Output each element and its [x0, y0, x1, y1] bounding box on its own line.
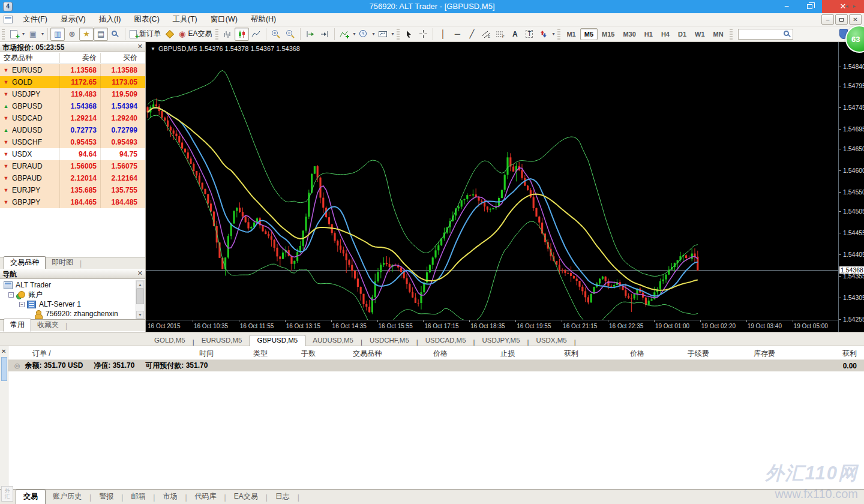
market-watch-row[interactable]: ▼USDCHF0.954530.95493: [0, 136, 145, 148]
market-watch-toggle-button[interactable]: ▥: [50, 28, 65, 41]
indicators-dropdown[interactable]: ▾: [353, 31, 355, 37]
terminal-close-icon[interactable]: ✕: [1, 348, 6, 355]
menu-窗口(W)[interactable]: 窗口(W): [204, 13, 244, 26]
text-label-button[interactable]: T: [522, 28, 536, 41]
orders-column-9[interactable]: 手续费: [649, 349, 714, 359]
collapse-icon[interactable]: −: [19, 302, 25, 307]
bar-chart-button[interactable]: [220, 28, 235, 41]
title-bar[interactable]: 4 756920: ALT Trader - [GBPUSD,M5] – ✕: [0, 0, 864, 13]
market-watch-row[interactable]: ▼USDX94.6494.75: [0, 148, 145, 160]
tab-交易品种[interactable]: 交易品种: [4, 256, 46, 269]
indicators-button[interactable]: [337, 28, 352, 41]
terminal-tab-EA交易[interactable]: EA交易: [227, 490, 265, 504]
fibonacci-button[interactable]: F: [493, 28, 508, 41]
templates-dropdown[interactable]: ▾: [391, 31, 394, 37]
scrollbar-thumb[interactable]: [136, 289, 144, 304]
menu-显示(V)[interactable]: 显示(V): [54, 13, 92, 26]
tab-即时图[interactable]: 即时图: [46, 257, 79, 269]
collapse-icon[interactable]: −: [8, 292, 14, 298]
toolbar-grip[interactable]: [730, 29, 733, 40]
orders-column-8[interactable]: 价格: [583, 349, 649, 359]
strategy-tester-button[interactable]: [108, 28, 122, 41]
mdi-restore-button[interactable]: [835, 14, 848, 25]
price-axis[interactable]: 1.543681.548401.547951.547451.546951.546…: [838, 42, 864, 332]
toolbar-grip[interactable]: [557, 29, 560, 40]
restore-button[interactable]: [798, 0, 821, 13]
chart-window[interactable]: ▼GBPUSD,M5 1.54376 1.54378 1.54367 1.543…: [146, 42, 864, 332]
timeframe-M5[interactable]: M5: [580, 28, 598, 40]
periods-dropdown[interactable]: ▾: [372, 31, 374, 37]
tree-item-platform[interactable]: ALT Trader: [0, 280, 145, 290]
timeframe-M15[interactable]: M15: [598, 28, 619, 40]
market-watch-row[interactable]: ▼GOLD1172.651173.05: [0, 76, 145, 88]
market-watch-row[interactable]: ▼GBPAUD2.120142.12164: [0, 172, 145, 184]
navigator-close-icon[interactable]: ✕: [137, 269, 143, 277]
tab-scroll-arrows[interactable]: ◂▸: [845, 3, 860, 9]
orders-column-11[interactable]: 获利: [780, 349, 864, 359]
chart-info-bar[interactable]: ▼GBPUSD,M5 1.54376 1.54378 1.54367 1.543…: [151, 45, 300, 52]
new-order-button[interactable]: 新订单: [128, 28, 163, 41]
timeframe-W1[interactable]: W1: [691, 28, 709, 40]
scroll-up-icon[interactable]: ▲: [136, 281, 144, 289]
market-watch-row[interactable]: ▲AUDUSD0.727730.72799: [0, 124, 145, 136]
tab-收藏夹[interactable]: 收藏夹: [31, 319, 65, 331]
terminal-tab-交易[interactable]: 交易: [16, 490, 46, 504]
symbol-dropdown-icon[interactable]: ▼: [151, 46, 155, 52]
chart-shift-button[interactable]: [317, 28, 332, 41]
menu-帮助(H)[interactable]: 帮助(H): [244, 13, 283, 26]
toolbar-grip[interactable]: [2, 29, 5, 40]
text-button[interactable]: A: [508, 28, 522, 41]
ea-trading-button[interactable]: ◉EA交易: [177, 28, 214, 41]
orders-column-3[interactable]: 手数: [272, 349, 320, 359]
toolbar-grip[interactable]: [215, 29, 218, 40]
orders-column-7[interactable]: 获利: [520, 349, 583, 359]
timeframe-H1[interactable]: H1: [640, 28, 657, 40]
chart-tab-EURUSD,M5[interactable]: EURUSD,M5: [194, 335, 250, 346]
tab-常用[interactable]: 常用: [4, 319, 31, 332]
terminal-tab-账户历史[interactable]: 账户历史: [46, 490, 89, 504]
new-chart-button[interactable]: [7, 28, 21, 41]
arrows-dropdown[interactable]: ▾: [552, 31, 554, 37]
profiles-button[interactable]: ▣: [26, 28, 40, 41]
scroll-down-icon[interactable]: ▼: [136, 311, 144, 319]
cursor-button[interactable]: [401, 28, 416, 41]
terminal-grip-handle[interactable]: [1, 357, 7, 381]
chart-tab-GBPUSD,M5[interactable]: GBPUSD,M5: [250, 335, 306, 346]
menu-图表(C)[interactable]: 图表(C): [127, 13, 166, 26]
orders-column-6[interactable]: 止损: [452, 349, 520, 359]
data-window-button[interactable]: ⊕: [65, 28, 79, 41]
minimize-button[interactable]: –: [776, 0, 797, 13]
horizontal-line-button[interactable]: ─: [450, 28, 464, 41]
terminal-tab-警报[interactable]: 警报: [92, 490, 121, 504]
terminal-toggle-button[interactable]: ▤: [94, 28, 108, 41]
mdi-close-button[interactable]: ✕: [849, 14, 862, 25]
market-watch-row[interactable]: ▼EURAUD1.560051.56075: [0, 160, 145, 172]
candlestick-chart-button[interactable]: [235, 28, 249, 41]
chart-tab-GOLD,M5[interactable]: GOLD,M5: [147, 335, 193, 346]
orders-column-4[interactable]: 交易品种: [320, 349, 386, 359]
crosshair-button[interactable]: [416, 28, 430, 41]
periods-button[interactable]: [356, 28, 371, 41]
new-chart-dropdown[interactable]: ▾: [22, 31, 25, 37]
chart-tab-USDX,M5[interactable]: USDX,M5: [529, 335, 574, 346]
terminal-tab-市场[interactable]: 市场: [155, 490, 184, 504]
menu-工具(T)[interactable]: 工具(T): [166, 13, 204, 26]
tree-item-accounts[interactable]: −账户: [0, 290, 145, 299]
candlestick-chart[interactable]: [146, 42, 838, 320]
orders-column-2[interactable]: 类型: [218, 349, 272, 359]
terminal-tab-代码库[interactable]: 代码库: [188, 490, 224, 504]
chart-tab-USDCHF,M5[interactable]: USDCHF,M5: [362, 335, 416, 346]
templates-button[interactable]: [376, 28, 390, 41]
metaeditor-button[interactable]: [163, 28, 177, 41]
navigator-toggle-button[interactable]: ★: [79, 28, 94, 41]
timeframe-H4[interactable]: H4: [657, 28, 674, 40]
auto-scroll-button[interactable]: [303, 28, 317, 41]
profiles-dropdown[interactable]: ▾: [41, 31, 44, 37]
timeframe-M1[interactable]: M1: [562, 28, 580, 40]
balance-row[interactable]: ◎ 余额: 351.70 USD 净值: 351.70 可用预付款: 351.7…: [8, 360, 864, 371]
tree-item-server[interactable]: −ALT-Server 1: [0, 299, 145, 309]
terminal-tab-邮箱[interactable]: 邮箱: [124, 490, 152, 504]
market-watch-close-icon[interactable]: ✕: [137, 43, 143, 50]
market-watch-row[interactable]: ▼EURJPY135.685135.755: [0, 184, 145, 196]
timeframe-D1[interactable]: D1: [674, 28, 691, 40]
